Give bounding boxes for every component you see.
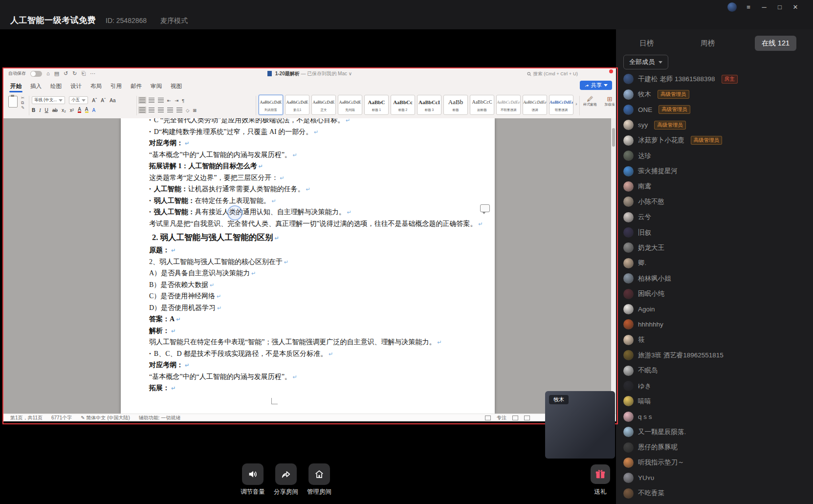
- bold-icon[interactable]: B: [32, 108, 35, 113]
- member-row[interactable]: 小陈不憨: [616, 194, 813, 209]
- member-row[interactable]: 云兮: [616, 210, 813, 225]
- manage-room-button[interactable]: [308, 463, 330, 485]
- multilevel-list-icon[interactable]: [158, 98, 164, 103]
- shrink-font-icon[interactable]: Aˇ: [101, 98, 106, 103]
- style-chip[interactable]: AaBbCcI标题 3: [417, 95, 441, 115]
- line-spacing-icon[interactable]: [176, 108, 182, 112]
- sidebar-tab-0[interactable]: 日榜: [633, 36, 660, 51]
- comment-bubble-icon[interactable]: [480, 204, 490, 212]
- outdent-icon[interactable]: ⇤: [167, 98, 171, 103]
- ribbon-tab-5[interactable]: 引用: [110, 81, 123, 92]
- style-chip[interactable]: AaBbCcDdEe明显强调: [549, 95, 573, 115]
- ribbon-tab-8[interactable]: 视图: [170, 81, 183, 92]
- word-search[interactable]: 搜索 (Cmd + Ctrl + U): [527, 71, 578, 77]
- print-layout-icon[interactable]: [512, 416, 518, 420]
- ribbon-tab-2[interactable]: 绘图: [49, 81, 63, 92]
- style-chip[interactable]: AaBbCcDdE列表段落: [259, 95, 283, 115]
- indent-icon[interactable]: ⇥: [175, 98, 178, 103]
- styles-more-icon[interactable]: ›: [575, 95, 577, 107]
- ribbon-tab-4[interactable]: 布局: [89, 81, 103, 92]
- document-scrollbar[interactable]: [611, 118, 616, 414]
- word-share-button[interactable]: 共享: [580, 81, 612, 90]
- align-right-icon[interactable]: [158, 108, 164, 112]
- web-layout-icon[interactable]: [524, 416, 530, 420]
- shading-icon[interactable]: ◇: [186, 108, 189, 113]
- style-chip[interactable]: AaBbCcDdE无间隔: [338, 95, 362, 115]
- share-room-button[interactable]: [275, 463, 297, 485]
- member-row[interactable]: 奶龙大王: [616, 240, 813, 255]
- align-justify-icon[interactable]: [167, 108, 173, 112]
- subscript-icon[interactable]: x₂: [62, 108, 66, 113]
- member-row[interactable]: 旅游3班 酒艺睿18962551815: [616, 348, 813, 363]
- change-case-icon[interactable]: Aa: [110, 98, 115, 103]
- member-row[interactable]: ゆき: [616, 378, 813, 394]
- grow-font-icon[interactable]: Aˆ: [92, 98, 97, 103]
- borders-icon[interactable]: ⊞: [193, 108, 197, 113]
- style-chip[interactable]: AaBbCcDdEe不明显强调: [496, 95, 521, 115]
- strikethrough-icon[interactable]: ab: [52, 108, 58, 113]
- menu-icon[interactable]: ≡: [745, 3, 752, 11]
- member-row[interactable]: 达珍: [616, 148, 813, 163]
- member-row[interactable]: 卿.: [616, 256, 813, 271]
- bullet-list-icon[interactable]: [139, 98, 145, 103]
- highlight-icon[interactable]: A: [85, 107, 88, 113]
- underline-icon[interactable]: U: [45, 108, 48, 113]
- document-page[interactable]: •C “完全替代人类劳动”是应用效果的极端说法，不是核心目标。↵•D“构建纯数学…: [121, 118, 495, 414]
- paste-button[interactable]: [8, 96, 18, 108]
- member-row[interactable]: 嘻嘻: [616, 394, 813, 409]
- member-row[interactable]: syy高级管理员: [616, 117, 813, 132]
- account-avatar[interactable]: [727, 2, 737, 12]
- member-row[interactable]: 不眠岛: [616, 363, 813, 378]
- member-row[interactable]: 旧叙: [616, 225, 813, 240]
- font-color-icon[interactable]: A: [78, 107, 81, 113]
- member-row[interactable]: 干建松 老师 13861588398房主: [616, 71, 813, 87]
- copy-icon[interactable]: ⧉: [21, 101, 24, 105]
- font-name-select[interactable]: 等线 (中文...: [32, 96, 65, 104]
- text-effects-icon[interactable]: A: [92, 108, 96, 113]
- member-row[interactable]: ONE高级管理员: [616, 102, 813, 117]
- member-row[interactable]: 柏林飒小姐: [616, 271, 813, 286]
- member-row[interactable]: Agoin: [616, 302, 813, 317]
- member-row[interactable]: 萤火捕捉星河: [616, 163, 813, 178]
- style-pane-button[interactable]: 🖉 样式窗格: [583, 95, 597, 107]
- member-row[interactable]: 南鸢: [616, 179, 813, 194]
- minimize-icon[interactable]: ─: [760, 3, 768, 11]
- addins-button[interactable]: ⊞ 加载项: [602, 95, 617, 107]
- font-size-select[interactable]: 小五: [69, 96, 88, 104]
- member-row[interactable]: 恩仔的豚豚呢: [616, 439, 813, 455]
- member-row[interactable]: 筱: [616, 332, 813, 348]
- cut-icon[interactable]: ✂: [21, 96, 24, 100]
- member-row[interactable]: 冰菇萝卜小花鹿高级管理员: [616, 133, 813, 148]
- member-row[interactable]: 又一颗星辰陨落.: [616, 424, 813, 439]
- style-chip[interactable]: AaBbCc标题 2: [391, 95, 415, 115]
- video-thumbnail[interactable]: 牧木: [545, 391, 615, 459]
- doc-saved-status[interactable]: — 已保存到我的 Mac ∨: [301, 71, 352, 76]
- style-chip[interactable]: AaBbC标题 1: [364, 95, 389, 115]
- member-filter-dropdown[interactable]: 全部成员: [623, 55, 668, 69]
- format-painter-icon[interactable]: ✎: [21, 106, 24, 110]
- member-row[interactable]: 不吃香菜: [616, 486, 813, 501]
- scrollbar-thumb[interactable]: [612, 128, 615, 147]
- ribbon-tab-7[interactable]: 审阅: [150, 81, 163, 92]
- close-icon[interactable]: ✕: [791, 3, 799, 11]
- align-center-icon[interactable]: [149, 108, 154, 112]
- volume-room-button[interactable]: [242, 463, 264, 485]
- member-row[interactable]: 困眠小纯: [616, 286, 813, 301]
- member-row[interactable]: 听我指示垫刀～: [616, 455, 813, 470]
- member-row[interactable]: hhhhhhy: [616, 317, 813, 332]
- superscript-icon[interactable]: x²: [70, 108, 74, 113]
- member-row[interactable]: q s s: [616, 409, 813, 424]
- numbered-list-icon[interactable]: [149, 98, 154, 103]
- focus-mode-icon[interactable]: [485, 416, 491, 420]
- member-row[interactable]: 牧木高级管理员: [616, 87, 813, 102]
- maximize-icon[interactable]: □: [776, 3, 784, 11]
- gift-button[interactable]: [591, 464, 610, 484]
- style-chip[interactable]: AaBbCcDdEe强调: [523, 95, 547, 115]
- sidebar-tab-2[interactable]: 在线 121: [755, 36, 796, 51]
- align-left-icon[interactable]: [139, 108, 145, 112]
- sidebar-tab-1[interactable]: 周榜: [694, 36, 722, 51]
- style-chip[interactable]: AaBbCcC副标题: [470, 95, 494, 115]
- ribbon-tab-6[interactable]: 邮件: [130, 81, 143, 92]
- ribbon-tab-1[interactable]: 插入: [29, 81, 43, 92]
- pilcrow-icon[interactable]: ¶: [182, 98, 184, 103]
